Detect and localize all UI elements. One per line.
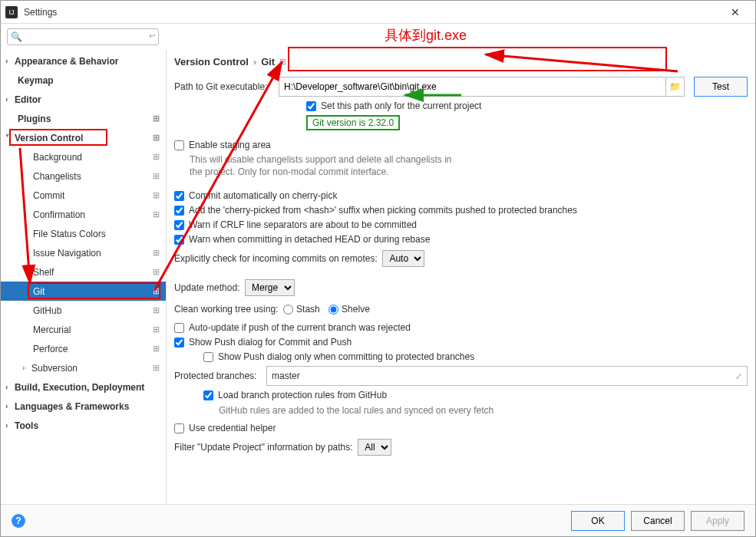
set-path-current-project-checkbox[interactable] [306,101,316,111]
sidebar-item-mercurial[interactable]: Mercurial⊞ [1,320,166,339]
sidebar-item-label: Editor [15,94,41,105]
protected-label: Protected branches: [174,371,266,381]
project-scope-icon: ⊞ [153,114,160,124]
sidebar-item-editor[interactable]: ›Editor [1,90,166,109]
shelve-radio[interactable] [328,305,338,315]
checkbox-label: Auto-update if push of the current branc… [189,322,411,333]
ok-button[interactable]: OK [571,511,625,531]
cancel-button[interactable]: Cancel [631,511,685,531]
cherry-suffix-checkbox[interactable] [174,206,184,216]
credential-helper-checkbox[interactable] [174,423,184,433]
search-box: 🔍 ↩ [7,28,159,45]
settings-content: Version Control › Git ⊞ Path to Git exec… [167,50,755,524]
warn-detached-checkbox[interactable] [174,235,184,245]
filter-select[interactable]: All [358,439,391,456]
sidebar-item-file-status[interactable]: File Status Colors [1,224,166,243]
sidebar-item-label: Plugins [18,114,51,124]
sidebar-item-changelists[interactable]: Changelists⊞ [1,166,166,186]
sidebar-item-tools[interactable]: ›Tools [1,416,166,435]
sidebar-item-label: Confirmation [33,209,85,220]
chevron-right-icon: › [5,383,15,391]
project-scope-icon: ⊞ [153,344,160,354]
settings-tree[interactable]: ›Appearance & Behavior Keymap ›Editor Pl… [1,50,167,524]
incoming-select[interactable]: Auto [382,250,424,267]
checkbox-label: Use credential helper [189,423,276,433]
chevron-right-icon: › [5,402,15,410]
sidebar-item-appearance[interactable]: ›Appearance & Behavior [1,51,166,71]
sidebar-item-git[interactable]: Git⊞ [1,282,166,301]
chevron-right-icon: › [5,421,15,430]
checkbox-label: Warn when committing in detached HEAD or… [189,234,430,245]
protected-branches-input[interactable]: master ⤢ [266,366,748,386]
incoming-label: Explicitly check for incoming commits on… [174,253,378,264]
sidebar-item-issue-navigation[interactable]: Issue Navigation⊞ [1,243,166,262]
close-icon[interactable]: ✕ [720,2,751,23]
sidebar-item-label: File Status Colors [33,229,106,239]
sidebar-item-label: Version Control [15,133,83,143]
sidebar-item-shelf[interactable]: Shelf⊞ [1,262,166,282]
clean-tree-label: Clean working tree using: [174,304,278,315]
breadcrumb-leaf: Git [261,56,275,68]
stash-radio[interactable] [283,305,293,315]
sidebar-item-build[interactable]: ›Build, Execution, Deployment [1,377,166,397]
sidebar-item-subversion[interactable]: ›Subversion⊞ [1,358,166,377]
sidebar-item-github[interactable]: GitHub⊞ [1,301,166,320]
sidebar-item-label: Subversion [31,363,78,374]
sidebar-item-label: Keymap [18,75,54,86]
title-bar: IJ Settings ✕ [1,1,755,24]
checkbox-label: Load branch protection rules from GitHub [218,390,387,400]
show-push-protected-checkbox[interactable] [203,352,213,362]
project-scope-icon: ⊞ [153,171,160,181]
search-row: 🔍 ↩ [1,24,755,50]
sidebar-item-perforce[interactable]: Perforce⊞ [1,339,166,358]
git-path-input[interactable] [279,77,666,97]
warn-crlf-checkbox[interactable] [174,220,184,230]
sidebar-item-background[interactable]: Background⊞ [1,147,166,166]
checkbox-label: Commit automatically on cherry-pick [189,190,337,201]
sidebar-item-commit[interactable]: Commit⊞ [1,186,166,205]
browse-icon[interactable]: 📁 [666,77,685,97]
apply-button[interactable]: Apply [691,511,744,531]
auto-update-push-checkbox[interactable] [174,323,184,333]
project-scope-icon: ⊞ [153,363,160,373]
radio-label: Shelve [342,304,370,315]
sidebar-item-label: Background [33,152,82,163]
enable-staging-checkbox[interactable] [174,140,184,150]
show-push-dialog-checkbox[interactable] [174,338,184,348]
test-button[interactable]: Test [694,77,748,97]
annotation-text: 具体到git.exe [385,26,467,44]
checkbox-label: Add the 'cherry-picked from <hash>' suff… [189,205,577,216]
search-input[interactable] [7,28,159,45]
chevron-right-icon: › [22,364,31,372]
search-icon: 🔍 [11,31,22,42]
sidebar-item-label: Build, Execution, Deployment [15,382,144,393]
sidebar-item-plugins[interactable]: Plugins⊞ [1,109,166,128]
sidebar-item-languages[interactable]: ›Languages & Frameworks [1,397,166,416]
chevron-right-icon: › [5,95,15,104]
expand-icon[interactable]: ⤢ [735,371,742,381]
sidebar-item-label: Changelists [33,171,81,182]
checkbox-label: Show Push dialog only when committing to… [218,351,474,362]
sidebar-item-version-control[interactable]: ˅Version Control⊞ [1,128,166,147]
update-method-label: Update method: [174,282,239,293]
commit-auto-cherry-checkbox[interactable] [174,191,184,201]
load-github-rules-checkbox[interactable] [203,390,213,400]
git-version-message: Git version is 2.32.0 [306,115,400,130]
help-icon[interactable]: ? [12,514,25,528]
staging-hint: This will disable changelists support an… [190,153,748,178]
breadcrumb-root[interactable]: Version Control [174,56,249,68]
git-path-label: Path to Git executable: [174,81,279,92]
app-icon: IJ [5,6,18,18]
sidebar-item-label: Shelf [33,267,54,278]
sidebar-item-label: Commit [33,190,64,201]
sidebar-item-label: Tools [15,420,38,431]
sidebar-item-label: Appearance & Behavior [15,56,118,67]
sidebar-item-keymap[interactable]: Keymap [1,71,166,90]
project-scope-icon: ⊞ [153,286,160,296]
history-icon[interactable]: ↩ [149,31,155,40]
sidebar-item-confirmation[interactable]: Confirmation⊞ [1,205,166,224]
project-scope-icon: ⊞ [153,209,160,219]
update-method-select[interactable]: Merge [245,279,295,296]
project-scope-icon: ⊞ [153,152,160,162]
protected-value: master [272,371,300,381]
